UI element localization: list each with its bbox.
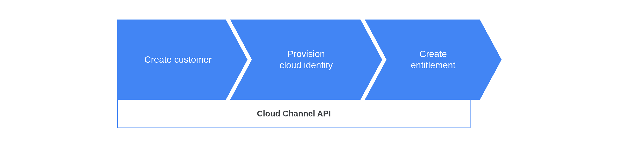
step-create-entitlement: Create entitlement bbox=[365, 19, 502, 100]
step-label: Create customer bbox=[140, 54, 225, 65]
process-flow: Create customer Provision cloud identity… bbox=[117, 19, 502, 100]
step-label: Create entitlement bbox=[406, 48, 460, 71]
footer-label: Cloud Channel API bbox=[257, 109, 331, 118]
step-create-customer: Create customer bbox=[117, 19, 248, 100]
step-label: Provision cloud identity bbox=[275, 48, 337, 71]
step-provision-cloud-identity: Provision cloud identity bbox=[230, 19, 382, 100]
footer-bar: Cloud Channel API bbox=[117, 100, 470, 128]
diagram-stage: Create customer Provision cloud identity… bbox=[0, 0, 644, 157]
